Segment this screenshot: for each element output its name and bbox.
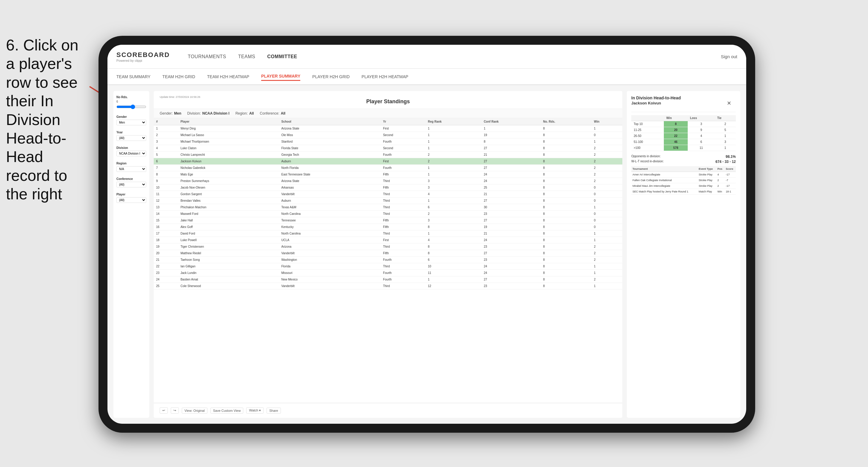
right-panel: In Division Head-to-Head Jackson Koivun … bbox=[627, 91, 740, 418]
table-row[interactable]: 9 Preston Summerhays Arizona State Third… bbox=[154, 178, 622, 184]
table-row[interactable]: 3 Michael Thorbjornsen Stanford Fourth 1… bbox=[154, 138, 622, 145]
table-row[interactable]: 21 Taehoon Song Washington Fourth 6 23 8… bbox=[154, 257, 622, 263]
table-row[interactable]: 7 Nicholas Gabrelick North Florida Fourt… bbox=[154, 165, 622, 171]
nav-committee[interactable]: COMMITTEE bbox=[267, 53, 297, 61]
table-row[interactable]: 25 Cole Sherwood Vanderbilt Third 12 23 … bbox=[154, 283, 622, 289]
sidebar-gender: Gender Men Women bbox=[116, 115, 146, 125]
wlt-row: W-L-T record in-division: 674 - 33 - 12 bbox=[631, 160, 736, 164]
table-row[interactable]: 22 Ian Gilligan Florida Third 10 24 8 1 bbox=[154, 263, 622, 270]
table-row[interactable]: 19 Tiger Christensen Arizona Third 8 23 … bbox=[154, 244, 622, 250]
tournament-row: SEC Match Play hosted by Jerry Pate Roun… bbox=[631, 189, 736, 194]
sidebar-region-label: Region bbox=[116, 162, 146, 165]
subnav-team-h2h-heatmap[interactable]: TEAM H2H HEATMAP bbox=[207, 73, 249, 81]
table-row[interactable]: 24 Bastien Amat New Mexico Fourth 1 27 8… bbox=[154, 276, 622, 283]
tournament-row: Mirabel Maui Jim Intercollegiate Stroke … bbox=[631, 183, 736, 189]
sidebar-no-rds-label: No Rds. bbox=[116, 95, 146, 99]
sign-out-button[interactable]: Sign out bbox=[721, 54, 737, 59]
sidebar-region: Region N/A bbox=[116, 162, 146, 172]
table-row[interactable]: 23 Jack Lundin Missouri Fourth 11 24 8 1 bbox=[154, 270, 622, 276]
subnav-team-summary[interactable]: TEAM SUMMARY bbox=[116, 73, 150, 81]
right-panel-title: In Division Head-to-Head bbox=[631, 95, 736, 100]
logo-area: SCOREBOARD Powered by clippi bbox=[116, 51, 170, 62]
right-panel-player-name: Jackson Koivun bbox=[631, 101, 736, 105]
h2h-row: >100 578 11 1 bbox=[631, 145, 736, 151]
tablet-frame: SCOREBOARD Powered by clippi TOURNAMENTS… bbox=[98, 36, 755, 433]
sub-nav: TEAM SUMMARY TEAM H2H GRID TEAM H2H HEAT… bbox=[107, 69, 746, 85]
subnav-player-h2h-grid[interactable]: PLAYER H2H GRID bbox=[312, 73, 349, 81]
table-row[interactable]: 17 David Ford North Carolina Third 1 21 … bbox=[154, 230, 622, 237]
col-player: Player bbox=[178, 118, 279, 125]
table-row[interactable]: 13 Phichaksn Maichon Texas A&M Third 6 3… bbox=[154, 204, 622, 211]
top-nav-links: TOURNAMENTS TEAMS COMMITTEE bbox=[188, 53, 721, 61]
nav-tournaments[interactable]: TOURNAMENTS bbox=[188, 53, 226, 61]
tablet-screen: SCOREBOARD Powered by clippi TOURNAMENTS… bbox=[107, 45, 746, 424]
subnav-team-h2h-grid[interactable]: TEAM H2H GRID bbox=[162, 73, 195, 81]
h2h-col-tie: Tie bbox=[715, 115, 736, 121]
logo-text: SCOREBOARD bbox=[116, 51, 170, 59]
table-row[interactable]: 2 Michael La Sasso Ole Miss Second 1 19 … bbox=[154, 132, 622, 138]
table-row[interactable]: 8 Mats Ege East Tennessee State Fifth 1 … bbox=[154, 171, 622, 178]
table-row[interactable]: 12 Brendan Valles Auburn Third 1 27 8 0 bbox=[154, 197, 622, 204]
tournament-table: Tournament Event Type Pos Score Amer Ari… bbox=[631, 166, 736, 194]
subnav-player-summary[interactable]: PLAYER SUMMARY bbox=[261, 72, 300, 81]
redo-button[interactable]: ↪ bbox=[171, 407, 179, 413]
sidebar-year-select[interactable]: (All) bbox=[116, 135, 146, 141]
undo-button[interactable]: ↩ bbox=[160, 407, 168, 413]
instruction-text: 6. Click on a player's row to see their … bbox=[0, 36, 93, 204]
logo-powered: Powered by clippi bbox=[116, 59, 170, 62]
table-row[interactable]: 5 Christo Lamprecht Georgia Tech Fourth … bbox=[154, 152, 622, 158]
opponents-section: Opponents in division: 98.1% W-L-T recor… bbox=[631, 155, 736, 164]
h2h-row: 51-100 46 6 3 bbox=[631, 139, 736, 145]
sidebar-no-rds-value: 6 bbox=[116, 100, 146, 103]
table-row[interactable]: 4 Luke Claton Florida State Second 1 27 … bbox=[154, 145, 622, 152]
panel-header: Update time: 27/03/2024 16:56:26 Player … bbox=[154, 91, 622, 109]
sidebar-region-select[interactable]: N/A bbox=[116, 166, 146, 172]
sidebar-division-select[interactable]: NCAA Division I bbox=[116, 151, 146, 156]
no-rds-slider[interactable] bbox=[116, 104, 146, 109]
opponents-label: Opponents in division: bbox=[631, 155, 660, 159]
col-conf-rank: Conf Rank bbox=[482, 118, 541, 125]
wlt-record: 674 - 33 - 12 bbox=[715, 160, 736, 164]
sidebar-player-select[interactable]: (All) bbox=[116, 197, 146, 203]
sidebar-year: Year (All) bbox=[116, 131, 146, 141]
table-row[interactable]: 10 Jacob Noe-Olesen Arkansas Fifth 3 25 … bbox=[154, 184, 622, 191]
center-panel: Update time: 27/03/2024 16:56:26 Player … bbox=[154, 91, 622, 418]
table-row[interactable]: 15 Jake Hall Tennessee Fifth 3 27 8 0 bbox=[154, 217, 622, 224]
sidebar-gender-select[interactable]: Men Women bbox=[116, 120, 146, 125]
sidebar-division-label: Division bbox=[116, 146, 146, 150]
sidebar-division: Division NCAA Division I bbox=[116, 146, 146, 156]
right-panel-header: In Division Head-to-Head Jackson Koivun … bbox=[631, 95, 736, 112]
wlt-label: W-L-T record in-division: bbox=[631, 160, 664, 164]
sidebar-conference-label: Conference bbox=[116, 177, 146, 181]
filter-division: Division: NCAA Division I bbox=[187, 111, 229, 116]
table-row[interactable]: 20 Matthew Riedel Vanderbilt Fifth 8 27 … bbox=[154, 250, 622, 257]
close-button[interactable]: ✕ bbox=[727, 100, 731, 106]
nav-teams[interactable]: TEAMS bbox=[238, 53, 255, 61]
table-row[interactable]: 18 Luke Powell UCLA First 4 24 8 1 bbox=[154, 237, 622, 244]
update-time: Update time: 27/03/2024 16:56:26 bbox=[160, 95, 616, 98]
view-original-button[interactable]: View: Original bbox=[182, 408, 208, 413]
h2h-col-loss: Loss bbox=[688, 115, 715, 121]
col-reg-rank: Reg Rank bbox=[426, 118, 482, 125]
left-sidebar: No Rds. 6 Gender Men Women Year (All) bbox=[114, 91, 149, 418]
h2h-table: Win Loss Tie Top 10 8 3 2 11-25 20 9 5 2… bbox=[631, 115, 736, 151]
watch-button[interactable]: Watch ▾ bbox=[246, 407, 264, 413]
filter-row: Gender: Men Division: NCAA Division I Re… bbox=[154, 109, 622, 118]
table-row[interactable]: 11 Gordon Sargent Vanderbilt Third 4 21 … bbox=[154, 191, 622, 197]
table-row[interactable]: 1 Wenyi Ding Arizona State First 1 1 8 1 bbox=[154, 125, 622, 132]
bottom-toolbar: ↩ ↪ View: Original Save Custom View Watc… bbox=[154, 403, 622, 418]
table-row[interactable]: 6 Jackson Koivun Auburn First 2 27 8 2 bbox=[154, 158, 622, 165]
share-button[interactable]: Share bbox=[267, 408, 281, 413]
filter-region: Region: All bbox=[236, 111, 254, 116]
tournament-row: Amer Ari Intercollegiate Stroke Play 4 -… bbox=[631, 172, 736, 178]
table-row[interactable]: 16 Alex Goff Kentucky Fifth 8 19 8 0 bbox=[154, 224, 622, 230]
sidebar-conference-select[interactable]: (All) bbox=[116, 182, 146, 187]
h2h-row: 26-50 22 4 1 bbox=[631, 133, 736, 139]
panel-title: Player Standings bbox=[160, 98, 616, 105]
table-row[interactable]: 14 Maxwell Ford North Carolina Third 2 2… bbox=[154, 211, 622, 217]
h2h-col-rank bbox=[631, 115, 664, 121]
subnav-player-h2h-heatmap[interactable]: PLAYER H2H HEATMAP bbox=[362, 73, 408, 81]
h2h-row: Top 10 8 3 2 bbox=[631, 121, 736, 127]
main-content: No Rds. 6 Gender Men Women Year (All) bbox=[107, 85, 746, 424]
save-custom-button[interactable]: Save Custom View bbox=[211, 408, 244, 413]
